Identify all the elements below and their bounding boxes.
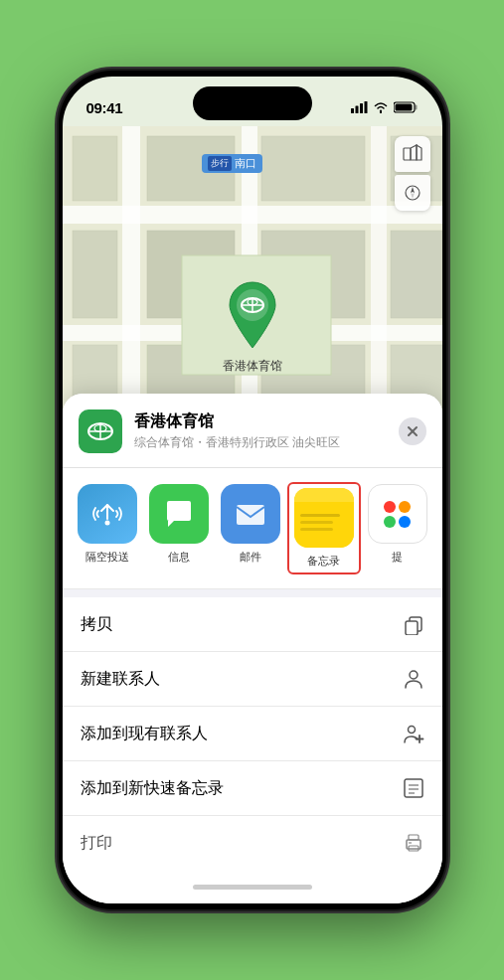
svg-marker-31 bbox=[417, 145, 421, 160]
more-dots-icon bbox=[380, 497, 415, 532]
share-item-mail[interactable]: 邮件 bbox=[218, 484, 283, 572]
share-label-more: 提 bbox=[392, 550, 403, 565]
map-controls bbox=[395, 136, 430, 211]
bottom-sheet: 香港体育馆 综合体育馆・香港特别行政区 油尖旺区 bbox=[63, 394, 442, 903]
compass-button[interactable] bbox=[395, 175, 430, 211]
dynamic-island bbox=[193, 86, 312, 120]
phone-frame: 09:41 bbox=[59, 71, 446, 909]
svg-rect-16 bbox=[73, 231, 117, 318]
home-indicator-bar bbox=[193, 885, 312, 890]
svg-rect-29 bbox=[404, 148, 411, 160]
svg-marker-34 bbox=[411, 193, 415, 199]
share-label-notes: 备忘录 bbox=[307, 554, 340, 569]
airdrop-icon bbox=[90, 497, 124, 531]
mail-icon-bg bbox=[221, 484, 280, 544]
signal-icon bbox=[351, 101, 368, 113]
airdrop-icon-bg bbox=[78, 484, 137, 544]
share-item-notes[interactable]: 备忘录 bbox=[289, 484, 359, 572]
svg-rect-2 bbox=[360, 103, 363, 113]
messages-icon bbox=[162, 497, 196, 531]
status-icons bbox=[351, 101, 419, 113]
svg-rect-0 bbox=[351, 108, 354, 113]
notes-icon-content bbox=[294, 488, 354, 548]
map-label: 步行 南口 bbox=[202, 154, 262, 173]
note-icon bbox=[403, 777, 424, 799]
map-label-prefix: 步行 bbox=[208, 156, 232, 171]
map-type-button[interactable] bbox=[395, 136, 430, 172]
svg-rect-18 bbox=[261, 136, 365, 201]
copy-icon bbox=[403, 613, 424, 635]
action-copy-label: 拷贝 bbox=[81, 614, 112, 635]
compass-icon bbox=[404, 184, 421, 202]
action-new-contact[interactable]: 新建联系人 bbox=[63, 652, 442, 707]
action-print-label: 打印 bbox=[81, 833, 112, 854]
svg-point-46 bbox=[104, 521, 109, 526]
svg-point-51 bbox=[408, 727, 415, 734]
location-info: 香港体育馆 综合体育馆・香港特别行政区 油尖旺区 bbox=[134, 411, 387, 451]
share-item-airdrop[interactable]: 隔空投送 bbox=[75, 484, 140, 572]
person-icon bbox=[403, 668, 424, 690]
person-svg-icon bbox=[403, 668, 424, 690]
action-quick-note[interactable]: 添加到新快速备忘录 bbox=[63, 761, 442, 816]
person-add-svg-icon bbox=[403, 723, 424, 744]
messages-icon-bg bbox=[149, 484, 209, 544]
map-pin bbox=[225, 280, 280, 350]
action-copy[interactable]: 拷贝 bbox=[63, 597, 442, 652]
location-subtitle: 综合体育馆・香港特别行政区 油尖旺区 bbox=[134, 434, 387, 451]
svg-rect-21 bbox=[391, 231, 442, 318]
print-svg-icon bbox=[403, 832, 424, 854]
action-add-existing-label: 添加到现有联系人 bbox=[81, 724, 208, 744]
location-header: 香港体育馆 综合体育馆・香港特别行政区 油尖旺区 bbox=[63, 394, 442, 468]
notes-icon-bg bbox=[294, 488, 354, 548]
share-label-mail: 邮件 bbox=[240, 550, 261, 565]
svg-marker-33 bbox=[411, 187, 415, 193]
svg-rect-47 bbox=[237, 505, 264, 525]
action-list: 拷贝 新建联系人 bbox=[63, 597, 442, 870]
map-type-icon bbox=[403, 144, 422, 164]
map-label-text: 南口 bbox=[235, 156, 256, 171]
action-quick-note-label: 添加到新快速备忘录 bbox=[81, 778, 224, 799]
person-add-icon bbox=[403, 723, 424, 744]
svg-rect-3 bbox=[364, 101, 367, 113]
svg-rect-1 bbox=[355, 106, 358, 114]
share-row: 隔空投送 信息 bbox=[63, 468, 442, 589]
note-svg-icon bbox=[403, 777, 424, 799]
svg-rect-54 bbox=[405, 779, 422, 797]
status-time: 09:41 bbox=[86, 99, 123, 116]
mail-icon bbox=[234, 497, 267, 531]
close-button[interactable] bbox=[399, 417, 426, 445]
share-item-more[interactable]: 提 bbox=[365, 484, 430, 572]
svg-rect-49 bbox=[406, 621, 418, 635]
phone-screen: 09:41 bbox=[63, 77, 442, 903]
action-print[interactable]: 打印 bbox=[63, 816, 442, 870]
action-new-contact-label: 新建联系人 bbox=[81, 669, 160, 690]
map-pin-label: 香港体育馆 bbox=[223, 358, 282, 375]
wifi-icon bbox=[373, 101, 389, 113]
action-add-existing[interactable]: 添加到现有联系人 bbox=[63, 707, 442, 761]
svg-marker-30 bbox=[411, 145, 417, 160]
battery-icon bbox=[394, 101, 419, 113]
stadium-icon bbox=[85, 416, 115, 446]
home-indicator bbox=[63, 870, 442, 903]
copy-svg-icon bbox=[403, 613, 424, 635]
close-icon bbox=[407, 425, 419, 437]
location-name: 香港体育馆 bbox=[134, 411, 387, 432]
more-icon-bg bbox=[368, 484, 427, 544]
map-pin-container: 香港体育馆 bbox=[223, 280, 282, 375]
share-label-airdrop: 隔空投送 bbox=[85, 550, 129, 565]
svg-rect-6 bbox=[395, 104, 412, 111]
svg-point-50 bbox=[410, 671, 418, 679]
svg-rect-5 bbox=[415, 105, 417, 110]
location-icon bbox=[79, 409, 122, 453]
share-item-messages[interactable]: 信息 bbox=[146, 484, 212, 572]
svg-rect-14 bbox=[73, 136, 117, 201]
share-label-messages: 信息 bbox=[168, 550, 190, 565]
print-icon bbox=[403, 832, 424, 854]
